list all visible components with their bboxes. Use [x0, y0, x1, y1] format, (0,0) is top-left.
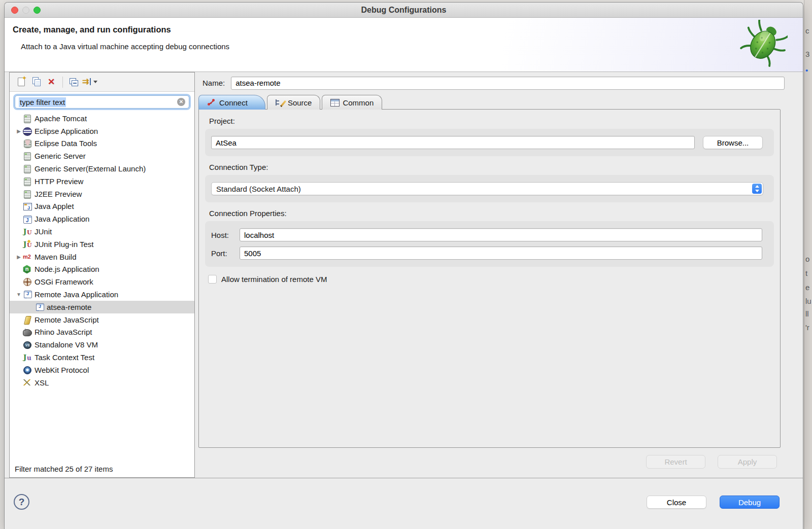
tree-item-remote-java-application[interactable]: ▼→Remote Java Application — [10, 288, 194, 301]
configurations-tree: Apache Tomcat▶Eclipse ApplicationEclipse… — [10, 112, 194, 459]
tab-label: Connect — [219, 98, 248, 107]
connection-type-value: Standard (Socket Attach) — [216, 185, 301, 193]
tree-item-webkit-protocol[interactable]: WebKit Protocol — [10, 364, 194, 376]
tree-item-node-js-application[interactable]: Node.js Application — [10, 263, 194, 276]
clear-icon[interactable]: ✕ — [177, 98, 185, 106]
applet-icon — [23, 202, 31, 210]
server-icon — [23, 190, 31, 198]
tree-item-atsea-remote[interactable]: →atsea-remote — [10, 301, 194, 313]
tab-connect[interactable]: Connect — [198, 95, 265, 110]
eclipse-icon — [23, 127, 31, 135]
disclosure-triangle[interactable]: ▶ — [15, 128, 23, 134]
tree-item-label: Eclipse Application — [35, 127, 98, 135]
tree-item-junit[interactable]: JUnit — [10, 225, 194, 238]
connection-type-group: Standard (Socket Attach) — [205, 175, 774, 202]
help-button[interactable]: ? — [14, 494, 29, 510]
tree-item-j2ee-preview[interactable]: J2EE Preview — [10, 188, 194, 200]
tree-item-eclipse-data-tools[interactable]: Eclipse Data Tools — [10, 137, 194, 150]
tree-item-label: J2EE Preview — [35, 190, 82, 198]
tree-item-rhino-javascript[interactable]: Rhino JavaScript — [10, 326, 194, 339]
disclosure-triangle[interactable]: ▶ — [15, 254, 23, 260]
allow-termination-label: Allow termination of remote VM — [221, 275, 327, 284]
task-context-icon — [23, 353, 31, 362]
filter-input[interactable]: type filter text ✕ — [15, 95, 189, 109]
tree-item-label: XSL — [35, 378, 49, 387]
tree-item-label: Generic Server(External Launch) — [35, 164, 146, 173]
tab-common[interactable]: Common — [322, 95, 382, 110]
dialog-header-banner: Create, manage, and run configurations A… — [5, 18, 803, 72]
titlebar[interactable]: Debug Configurations — [5, 3, 803, 18]
allow-termination-checkbox[interactable] — [208, 275, 217, 284]
tree-item-osgi-framework[interactable]: OSGi Framework — [10, 275, 194, 288]
name-label: Name: — [202, 79, 225, 87]
connection-type-select[interactable]: Standard (Socket Attach) — [211, 182, 763, 195]
zoom-window-icon[interactable] — [33, 7, 41, 14]
minimize-window-icon[interactable] — [22, 7, 29, 14]
tree-item-java-application[interactable]: Java Application — [10, 213, 194, 225]
tree-item-java-applet[interactable]: Java Applet — [10, 200, 194, 213]
revert-button[interactable]: Revert — [646, 455, 705, 469]
server-icon — [23, 114, 31, 123]
project-field[interactable] — [211, 136, 695, 149]
background-window-sliver: c3•otelull'r — [804, 0, 812, 529]
tab-source[interactable]: Source — [267, 95, 321, 110]
tree-item-remote-javascript[interactable]: Remote JavaScript — [10, 313, 194, 326]
tree-item-junit-plug-in-test[interactable]: JUnit Plug-in Test — [10, 238, 194, 251]
remote-java-icon: → — [23, 290, 31, 299]
junit-plugin-icon — [23, 240, 31, 249]
tree-item-label: WebKit Protocol — [35, 366, 89, 374]
remote-js-icon — [23, 315, 31, 324]
tree-item-apache-tomcat[interactable]: Apache Tomcat — [10, 112, 194, 125]
tree-item-label: HTTP Preview — [35, 177, 83, 186]
tree-item-label: Remote JavaScript — [35, 315, 99, 324]
tab-label: Common — [343, 98, 374, 107]
delete-configuration-button[interactable] — [45, 76, 58, 89]
configuration-detail-panel: Name: ConnectSourceCommon Project: Brows… — [198, 72, 785, 478]
duplicate-configuration-button[interactable] — [30, 76, 43, 89]
close-button[interactable]: Close — [647, 496, 706, 509]
port-label: Port: — [211, 249, 240, 258]
connect-tab-content: Project: Browse... Connection Type: Stan… — [198, 109, 781, 448]
debug-bug-icon — [739, 20, 788, 68]
background-text-fragment: ll — [805, 309, 809, 318]
browse-button[interactable]: Browse... — [703, 136, 763, 149]
source-icon — [276, 98, 284, 107]
collapse-all-button[interactable] — [67, 76, 80, 89]
background-text-fragment: o — [805, 255, 809, 263]
name-field[interactable] — [231, 77, 785, 90]
rhino-icon — [23, 328, 31, 336]
tree-item-task-context-test[interactable]: Task Context Test — [10, 351, 194, 364]
webkit-icon — [23, 366, 31, 374]
tree-item-label: JUnit — [35, 227, 52, 236]
tree-item-maven-build[interactable]: ▶Maven Build — [10, 251, 194, 263]
disclosure-triangle[interactable]: ▼ — [15, 292, 23, 297]
tree-item-eclipse-application[interactable]: ▶Eclipse Application — [10, 125, 194, 137]
tree-item-generic-server-external-launch[interactable]: Generic Server(External Launch) — [10, 162, 194, 175]
tree-item-standalone-v8-vm[interactable]: Standalone V8 VM — [10, 338, 194, 351]
database-icon — [23, 139, 31, 148]
host-field[interactable] — [240, 228, 762, 241]
duplicate-configuration-icon — [35, 79, 41, 86]
tree-item-label: Apache Tomcat — [35, 114, 87, 123]
tree-item-label: Rhino JavaScript — [35, 328, 92, 336]
filter-configurations-button[interactable] — [82, 76, 97, 89]
port-field[interactable] — [240, 246, 762, 260]
new-configuration-button[interactable] — [15, 76, 28, 89]
server-icon — [23, 164, 31, 173]
debug-button[interactable]: Debug — [720, 496, 780, 509]
filter-input-value: type filter text — [19, 97, 66, 107]
delete-configuration-icon — [47, 78, 56, 87]
tree-item-generic-server[interactable]: Generic Server — [10, 150, 194, 162]
select-stepper-icon — [752, 184, 762, 194]
tree-item-http-preview[interactable]: HTTP Preview — [10, 175, 194, 188]
tree-item-label: Generic Server — [35, 152, 86, 160]
tree-item-xsl[interactable]: XSL — [10, 376, 194, 389]
window-title: Debug Configurations — [361, 6, 447, 15]
filter-status-text: Filter matched 25 of 27 items — [15, 465, 113, 473]
close-window-icon[interactable] — [11, 7, 18, 14]
apply-button[interactable]: Apply — [718, 455, 777, 469]
connect-icon — [207, 98, 216, 107]
tree-item-label: Standalone V8 VM — [35, 340, 98, 349]
common-icon — [330, 98, 339, 107]
junit-icon — [23, 227, 31, 236]
